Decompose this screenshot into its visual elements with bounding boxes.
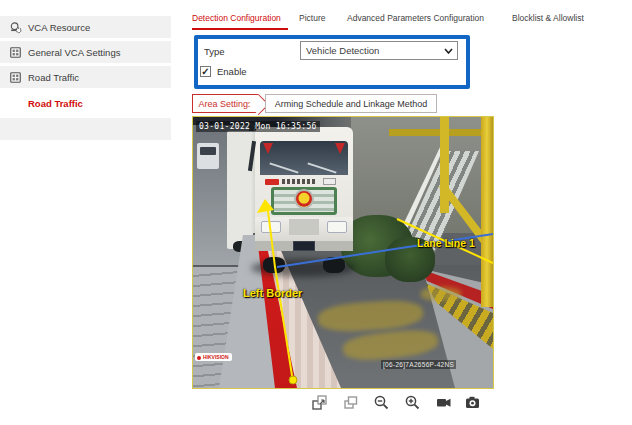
chevron-down-icon	[444, 48, 453, 54]
type-label: Type	[204, 46, 225, 57]
tab-blocklist-allowlist[interactable]: Blocklist & Allowlist	[512, 13, 584, 23]
tab-detection-configuration[interactable]: Detection Configuration	[192, 13, 281, 23]
sidebar-item-label: General VCA Settings	[28, 47, 120, 58]
grid-icon	[9, 71, 22, 84]
sidebar-row-empty	[0, 118, 171, 140]
type-select[interactable]: Vehicle Detection	[300, 41, 458, 60]
sidebar-item-general-vca-settings[interactable]: General VCA Settings	[0, 41, 171, 63]
pop-out-icon[interactable]	[311, 394, 328, 411]
osd-camera-text: [06-26]7A2656P-42NS	[381, 360, 456, 369]
osd-timestamp: 03-01-2022 Mon 16:35:56	[196, 121, 320, 132]
subtab-arming-schedule[interactable]: Arming Schedule and Linkage Method	[265, 94, 437, 113]
sidebar-item-vca-resource[interactable]: VCA Resource	[0, 16, 171, 38]
detection-lines-overlay	[193, 117, 493, 388]
tab-picture[interactable]: Picture	[299, 13, 325, 23]
left-border-arrowhead	[257, 199, 274, 213]
grid-icon	[9, 46, 22, 59]
type-select-value: Vehicle Detection	[306, 45, 379, 56]
lane-line-label: Lane Line 1	[417, 237, 475, 249]
hikvision-watermark: HIKVISION	[195, 353, 232, 361]
sidebar-item-road-traffic-selected[interactable]: Road Traffic	[0, 91, 171, 115]
enable-checkbox[interactable]: ✓	[200, 66, 211, 77]
capture-icon[interactable]	[464, 394, 481, 411]
sidebar-item-label: VCA Resource	[28, 22, 90, 33]
left-border-endpoint-handle[interactable]	[289, 376, 297, 384]
windows-icon[interactable]	[342, 394, 359, 411]
vca-configuration-page: VCA Resource General VCA Settings Road T…	[0, 0, 632, 425]
sidebar-item-label: Road Traffic	[28, 72, 79, 83]
vca-resource-icon	[9, 21, 22, 34]
video-preview-canvas[interactable]: Left Border Lane Line 1 03-01-2022 Mon 1…	[192, 116, 494, 389]
enable-label: Enable	[217, 66, 247, 77]
zoom-in-icon[interactable]	[404, 394, 421, 411]
tab-advanced-parameters-configuration[interactable]: Advanced Parameters Configuration	[347, 13, 484, 23]
sidebar-item-road-traffic[interactable]: Road Traffic	[0, 66, 171, 88]
zoom-out-icon[interactable]	[373, 394, 390, 411]
active-tab-underline	[192, 28, 288, 30]
sidebar-item-label: Road Traffic	[28, 98, 83, 109]
record-icon[interactable]	[435, 394, 452, 411]
left-border-label: Left Border	[243, 287, 302, 299]
